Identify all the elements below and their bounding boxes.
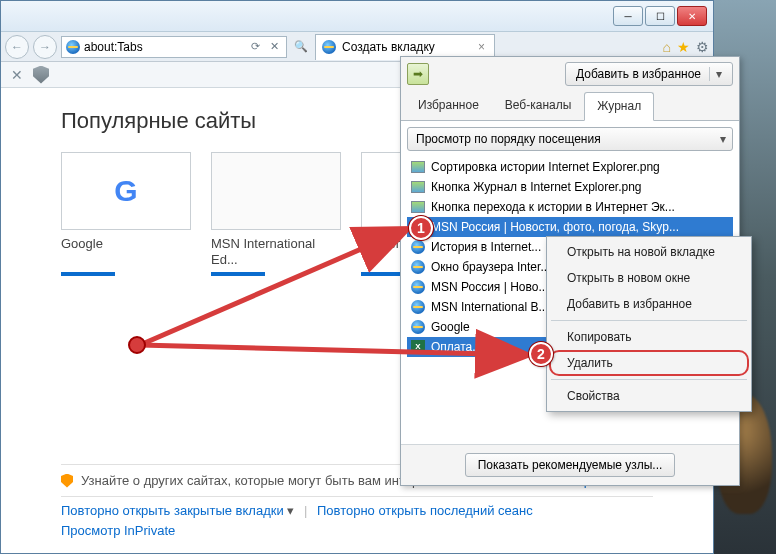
ctx-copy[interactable]: Копировать <box>549 324 749 350</box>
tab-feeds[interactable]: Веб-каналы <box>492 91 585 120</box>
image-file-icon <box>411 161 425 173</box>
ie-page-icon <box>411 320 425 334</box>
google-logo-icon: G <box>114 174 137 208</box>
bottom-links: Повторно открыть закрытые вкладки ▾ | По… <box>61 501 653 541</box>
back-button[interactable]: ← <box>5 35 29 59</box>
ctx-add-favorite[interactable]: Добавить в избранное <box>549 291 749 317</box>
ctx-open-new-tab[interactable]: Открыть на новой вкладке <box>549 239 749 265</box>
favorites-star-icon[interactable]: ★ <box>677 39 690 55</box>
separator <box>551 379 747 380</box>
ie-page-icon <box>411 280 425 294</box>
favorites-footer: Показать рекомендуемые узлы... <box>401 444 739 485</box>
ie-page-icon <box>411 300 425 314</box>
tile-google[interactable]: G Google <box>61 152 191 276</box>
history-context-menu: Открыть на новой вкладке Открыть в новом… <box>546 236 752 412</box>
image-file-icon <box>411 181 425 193</box>
tile-label: MSN International Ed... <box>211 236 341 268</box>
ie-page-icon <box>411 260 425 274</box>
tab-close-button[interactable]: × <box>475 40 488 54</box>
inprivate-link[interactable]: Просмотр InPrivate <box>61 523 175 538</box>
tile-accent-bar <box>61 272 115 276</box>
excel-file-icon: X <box>411 340 425 354</box>
ctx-delete[interactable]: Удалить <box>549 350 749 376</box>
toolbar-right: ⌂ ★ ⚙ <box>663 39 709 55</box>
close-tabs-icon[interactable]: ✕ <box>11 67 23 83</box>
tile-msn-intl[interactable]: MSN International Ed... <box>211 152 341 276</box>
ie-page-icon <box>411 240 425 254</box>
favorites-tabs: Избранное Веб-каналы Журнал <box>401 91 739 121</box>
address-bar[interactable]: ⟳ ✕ <box>61 36 287 58</box>
title-bar: ─ ☐ ✕ <box>1 1 713 32</box>
tools-gear-icon[interactable]: ⚙ <box>696 39 709 55</box>
search-icon[interactable]: 🔍 <box>291 40 311 53</box>
minimize-button[interactable]: ─ <box>613 6 643 26</box>
discover-text: Узнайте о других сайтах, которые могут б… <box>81 473 450 488</box>
reopen-last-session-link[interactable]: Повторно открыть последний сеанс <box>317 503 533 518</box>
history-item-selected[interactable]: MSN Россия | Новости, фото, погода, Skyp… <box>407 217 733 237</box>
stop-button[interactable]: ✕ <box>267 40 282 53</box>
reopen-closed-tabs-link[interactable]: Повторно открыть закрытые вкладки <box>61 503 284 518</box>
pin-pane-button[interactable]: ➡ <box>407 63 429 85</box>
add-to-favorites-button[interactable]: Добавить в избранное ▾ <box>565 62 733 86</box>
annotation-badge-2: 2 <box>529 342 553 366</box>
tab-favicon-icon <box>322 40 336 54</box>
favorites-pane-header: ➡ Добавить в избранное ▾ <box>401 57 739 91</box>
add-to-favorites-label: Добавить в избранное <box>576 67 701 81</box>
shield-icon <box>61 474 73 488</box>
separator <box>551 320 747 321</box>
tile-label: Google <box>61 236 191 268</box>
history-item[interactable]: Сортировка истории Internet Explorer.png <box>407 157 733 177</box>
tab-title: Создать вкладку <box>342 40 435 54</box>
tab-favorites[interactable]: Избранное <box>405 91 492 120</box>
image-file-icon <box>411 201 425 213</box>
refresh-button[interactable]: ⟳ <box>248 40 263 53</box>
show-suggested-sites-button[interactable]: Показать рекомендуемые узлы... <box>465 453 676 477</box>
window-close-button[interactable]: ✕ <box>677 6 707 26</box>
ie-favicon-icon <box>66 40 80 54</box>
tile-accent-bar <box>211 272 265 276</box>
home-icon[interactable]: ⌂ <box>663 39 671 55</box>
history-item[interactable]: Кнопка Журнал в Internet Explorer.png <box>407 177 733 197</box>
ctx-properties[interactable]: Свойства <box>549 383 749 409</box>
ctx-open-new-window[interactable]: Открыть в новом окне <box>549 265 749 291</box>
tab-history[interactable]: Журнал <box>584 92 654 121</box>
forward-button[interactable]: → <box>33 35 57 59</box>
tracking-protection-icon[interactable] <box>33 66 49 84</box>
history-item[interactable]: Кнопка перехода к истории в Интернет Эк.… <box>407 197 733 217</box>
annotation-badge-1: 1 <box>409 216 433 240</box>
history-view-dropdown[interactable]: Просмотр по порядку посещения <box>407 127 733 151</box>
annotation-origin-dot <box>128 336 146 354</box>
maximize-button[interactable]: ☐ <box>645 6 675 26</box>
address-input[interactable] <box>84 40 244 54</box>
add-to-favorites-dropdown-icon[interactable]: ▾ <box>709 67 722 81</box>
